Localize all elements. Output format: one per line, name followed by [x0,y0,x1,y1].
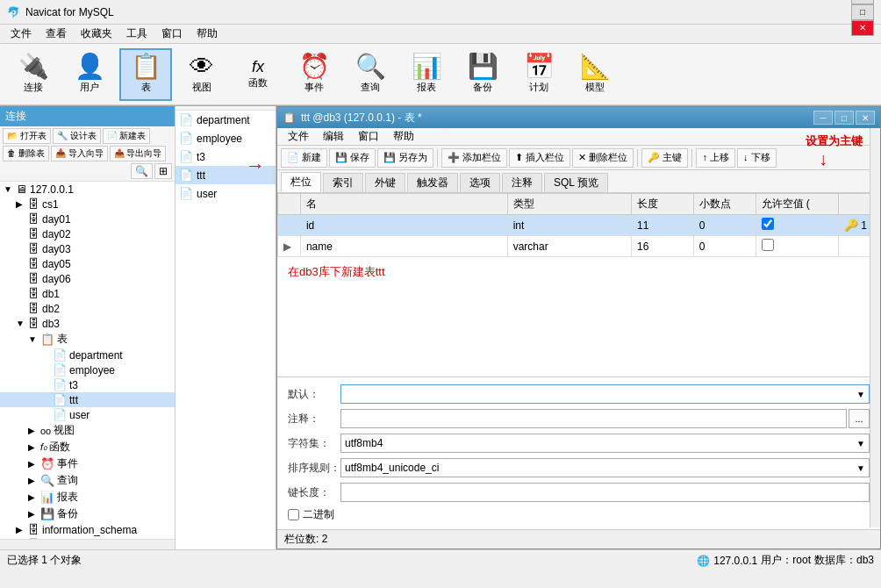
toolbar-table[interactable]: 📋 表 [119,48,172,101]
row-length-id[interactable]: 11 [632,215,694,236]
btn-open-table[interactable]: 📂 打开表 [3,128,51,144]
tree-item-reports[interactable]: ▶ 📊 报表 [0,489,175,506]
obj-department[interactable]: 📄 department [175,111,276,129]
charset-dropdown[interactable]: utf8mb4 ▼ [340,434,870,453]
default-dropdown[interactable]: ▼ [340,384,870,404]
tab-columns[interactable]: 栏位 [281,172,321,192]
tab-foreign-key[interactable]: 外键 [365,173,405,192]
charset-dropdown-arrow: ▼ [856,439,865,448]
tree-item-day06[interactable]: 🗄 day06 [0,271,175,286]
obj-employee[interactable]: 📄 employee [175,129,276,147]
row-type-id[interactable]: int [507,215,631,236]
menu-window[interactable]: 窗口 [154,25,190,43]
tree-item-t3[interactable]: 📄 t3 [0,377,175,392]
table-row[interactable]: ▶ name varchar 16 0 [278,236,880,257]
td-menu-help[interactable]: 帮助 [386,128,421,145]
tree-item-day03[interactable]: 🗄 day03 [0,241,175,256]
tab-comment[interactable]: 注释 [502,173,542,192]
td-menu-window[interactable]: 窗口 [351,128,386,145]
tree-item-db3[interactable]: ▼ 🗄 db3 [0,316,175,331]
toolbar-connect[interactable]: 🔌 连接 [7,48,60,101]
menu-view[interactable]: 查看 [39,25,74,43]
tree-item-day01[interactable]: 🗄 day01 [0,212,175,226]
toolbar-view[interactable]: 👁 视图 [175,48,228,101]
table-row[interactable]: id int 11 0 🔑 1 [278,215,880,236]
title-bar: 🐬 Navicat for MySQL ─ □ ✕ [0,0,881,25]
btn-export-wizard[interactable]: 📤 导出向导 [110,146,167,161]
note-annotation: 在db3库下新建表ttt [277,257,880,287]
tree-item-day02[interactable]: 🗄 day02 [0,226,175,241]
tree-item-db1[interactable]: 🗄 db1 [0,286,175,301]
tree-item-tables[interactable]: ▼ 📋 表 [0,331,175,348]
row-type-name[interactable]: varchar [507,236,631,257]
tree-item-user[interactable]: 📄 user [0,407,175,422]
row-length-name[interactable]: 16 [632,236,694,257]
tab-options[interactable]: 选项 [460,173,500,192]
td-btn-move-up[interactable]: ↑ 上移 [696,148,735,168]
comment-input[interactable] [340,409,847,428]
td-menu-edit[interactable]: 编辑 [316,128,351,145]
toolbar-user[interactable]: 👤 用户 [63,48,116,101]
tree-item-cs[interactable]: ▶ 🗄 cs1 [0,197,175,212]
tree-item-backups[interactable]: ▶ 💾 备份 [0,506,175,522]
tree-item-server[interactable]: ▼ 🖥 127.0.0.1 [0,182,175,197]
menu-favorites[interactable]: 收藏夹 [74,25,119,43]
row-nullable-id[interactable] [756,215,838,236]
btn-search[interactable]: 🔍 [131,163,153,179]
row-nullable-name[interactable] [756,236,838,257]
td-btn-new[interactable]: 📄 新建 [281,148,327,168]
td-btn-move-down[interactable]: ↓ 下移 [737,148,777,168]
tree-scrollbar[interactable] [0,539,175,549]
tree-item-events[interactable]: ▶ ⏰ 事件 [0,455,175,472]
td-minimize-button[interactable]: ─ [813,111,833,125]
btn-grid[interactable]: ⊞ [154,163,172,179]
menu-tools[interactable]: 工具 [119,25,154,43]
toolbar-schedule[interactable]: 📅 计划 [512,48,565,101]
close-button[interactable]: ✕ [851,20,874,36]
tree-item-ttt[interactable]: 📄 ttt [0,392,175,407]
tree-item-department[interactable]: 📄 department [0,348,175,362]
tree-item-functions[interactable]: ▶ f₀ 函数 [0,439,175,455]
menu-help[interactable]: 帮助 [190,25,225,43]
toolbar-model[interactable]: 📐 模型 [569,48,621,101]
toolbar-backup[interactable]: 💾 备份 [456,48,509,101]
row-name-id[interactable]: id [300,215,507,236]
row-decimal-id[interactable]: 0 [693,215,756,236]
td-btn-add-col[interactable]: ➕ 添加栏位 [441,148,507,168]
tab-sql-preview[interactable]: SQL 预览 [544,173,608,192]
tree-item-day05[interactable]: 🗄 day05 [0,256,175,271]
tree-item-queries[interactable]: ▶ 🔍 查询 [0,472,175,489]
row-decimal-name[interactable]: 0 [693,236,756,257]
menu-file[interactable]: 文件 [4,25,39,43]
tab-trigger[interactable]: 触发器 [407,173,458,192]
toolbar-query[interactable]: 🔍 查询 [344,48,397,101]
td-btn-primary-key[interactable]: 🔑 主键 [641,148,688,168]
btn-design-table[interactable]: 🔧 设计表 [53,128,101,144]
td-btn-delete-col[interactable]: ✕ 删除栏位 [572,148,634,168]
td-menu-file[interactable]: 文件 [281,128,316,145]
td-btn-insert-col[interactable]: ⬆ 插入栏位 [509,148,570,168]
binary-checkbox[interactable] [288,509,299,520]
comment-more-btn[interactable]: ... [849,409,870,428]
toolbar-report[interactable]: 📊 报表 [400,48,453,101]
btn-import-wizard[interactable]: 📥 导入向导 [51,146,108,161]
tree-item-info-schema[interactable]: ▶ 🗄 information_schema [0,522,175,537]
td-close-button[interactable]: ✕ [856,111,875,125]
tab-index[interactable]: 索引 [323,173,363,192]
keylength-input[interactable] [340,483,870,502]
btn-new-table[interactable]: 📄 新建表 [103,128,151,144]
btn-delete-table[interactable]: 🗑 删除表 [3,146,49,161]
obj-user[interactable]: 📄 user [175,184,276,203]
row-name-name[interactable]: name [300,236,507,257]
td-btn-save[interactable]: 💾 保存 [329,148,376,168]
td-maximize-button[interactable]: □ [834,111,854,125]
tree-item-views[interactable]: ▶ oo 视图 [0,422,175,439]
tree-item-db2[interactable]: 🗄 db2 [0,301,175,316]
tree-item-employee[interactable]: 📄 employee [0,362,175,377]
toolbar-function[interactable]: fx 函数 [232,48,284,101]
maximize-button[interactable]: □ [851,4,874,20]
td-btn-saveas[interactable]: 💾 另存为 [377,148,433,168]
toolbar-event[interactable]: ⏰ 事件 [288,48,340,101]
collation-dropdown[interactable]: utf8mb4_unicode_ci ▼ [340,458,870,477]
td-right-scrollbar[interactable] [870,128,880,527]
